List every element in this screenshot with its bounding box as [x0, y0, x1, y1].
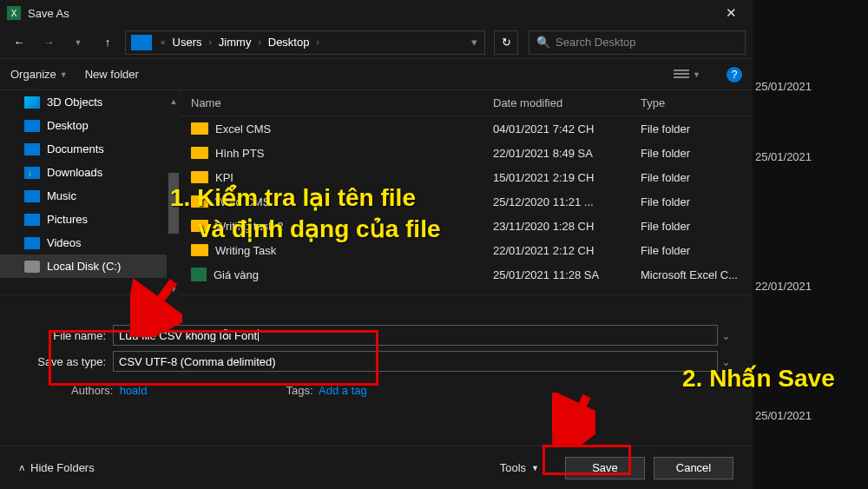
backdrop-date: 25/01/2021 [755, 63, 859, 110]
sidebar-item-pictures[interactable]: Pictures [0, 208, 180, 231]
scroll-up-icon[interactable]: ▲ [167, 95, 181, 109]
disk-icon [24, 261, 40, 273]
tags-value[interactable]: Add a tag [319, 384, 367, 397]
file-name-input[interactable]: Lưu file CSV không lỗi Font [113, 325, 718, 346]
back-button[interactable]: ← [7, 30, 31, 55]
folder-icon [191, 171, 208, 183]
view-icon [674, 69, 689, 80]
column-header-date[interactable]: Date modified [493, 96, 641, 109]
help-icon[interactable]: ? [727, 67, 742, 83]
chevron-right-icon: › [206, 37, 215, 47]
column-header-type[interactable]: Type [641, 96, 753, 109]
tags-label: Tags: [286, 384, 312, 397]
close-icon[interactable]: ✕ [717, 5, 746, 21]
hide-folders-button[interactable]: ʌ Hide Folders [19, 461, 95, 474]
tools-menu[interactable]: Tools ▼ [500, 461, 539, 474]
folder-icon [191, 147, 208, 159]
up-button[interactable]: ↑ [95, 30, 120, 55]
column-header-name[interactable]: Name [181, 96, 493, 109]
file-row[interactable]: Word CMS25/12/2020 11:21 ...File folder [181, 189, 753, 214]
save-form: File name: Lưu file CSV không lỗi Font ⌄… [0, 295, 753, 407]
title-bar: X Save As ✕ [0, 0, 753, 26]
sidebar-scrollbar[interactable]: ▲ ▼ [167, 95, 181, 296]
search-placeholder: Search Desktop [556, 36, 636, 49]
excel-app-icon: X [7, 6, 21, 20]
file-list: Name Date modified Type Excel CMS04/01/2… [181, 90, 753, 294]
videos-icon [24, 237, 40, 249]
scroll-thumb[interactable] [168, 173, 179, 234]
chevron-left-icon: « [157, 37, 169, 47]
refresh-button[interactable]: ↻ [494, 30, 518, 55]
excel-file-icon [191, 268, 207, 281]
search-input[interactable]: 🔍 Search Desktop [529, 30, 746, 55]
window-title: Save As [28, 7, 69, 20]
pictures-icon [24, 214, 40, 226]
sidebar-item-3d-objects[interactable]: 3D Objects [0, 90, 180, 114]
save-type-label: Save as type: [19, 355, 113, 368]
file-name-label: File name: [19, 329, 113, 342]
file-row[interactable]: Excel CMS04/01/2021 7:42 CHFile folder [181, 116, 753, 141]
save-as-dialog: X Save As ✕ ← → ▼ ↑ « Users › Jimmy › De… [0, 0, 753, 489]
crumb-dropdown-icon[interactable]: ▾ [464, 36, 484, 49]
chevron-right-icon: › [254, 37, 264, 47]
file-row[interactable]: Giá vàng25/01/2021 11:28 SAMicrosoft Exc… [181, 262, 753, 287]
crumb-desktop[interactable]: Desktop [265, 36, 313, 49]
file-row[interactable]: KPI15/01/2021 2:19 CHFile folder [181, 165, 753, 189]
crumb-jimmy[interactable]: Jimmy [215, 36, 255, 49]
toolbar: Organize▼ New folder ▼ ? [0, 59, 753, 90]
cancel-button[interactable]: Cancel [654, 457, 733, 479]
crumb-users[interactable]: Users [169, 36, 206, 49]
file-row[interactable]: Writing Task22/01/2021 2:12 CHFile folde… [181, 238, 753, 262]
music-icon [24, 190, 40, 202]
file-name-dropdown-icon[interactable]: ⌄ [718, 329, 733, 342]
chevron-right-icon: › [312, 37, 322, 47]
authors-label: Authors: [71, 384, 113, 397]
sidebar-item-downloads[interactable]: Downloads [0, 161, 180, 184]
authors-value[interactable]: hoald [120, 384, 148, 397]
nav-bar: ← → ▼ ↑ « Users › Jimmy › Desktop › ▾ ↻ … [0, 26, 753, 59]
sidebar-item-local-disk-c[interactable]: Local Disk (C:) [0, 254, 180, 278]
sidebar-item-videos[interactable]: Videos [0, 231, 180, 254]
sidebar-item-desktop[interactable]: Desktop [0, 114, 180, 137]
documents-icon [24, 143, 40, 155]
save-type-select[interactable]: CSV UTF-8 (Comma delimited) [113, 351, 718, 372]
breadcrumb[interactable]: « Users › Jimmy › Desktop › ▾ [125, 30, 485, 55]
desktop-icon [24, 120, 40, 132]
folder-icon [191, 244, 208, 256]
sidebar-item-documents[interactable]: Documents [0, 137, 180, 161]
save-type-dropdown-icon[interactable]: ⌄ [718, 355, 733, 368]
3d-objects-icon [24, 96, 40, 109]
chevron-down-icon: ▼ [531, 464, 539, 472]
folder-icon [191, 122, 208, 135]
folder-icon [191, 195, 208, 208]
dialog-footer: ʌ Hide Folders Tools ▼ Save Cancel [0, 446, 753, 489]
file-row[interactable]: Writing task 223/11/2020 1:28 CHFile fol… [181, 214, 753, 238]
folder-icon [191, 220, 208, 232]
downloads-icon [24, 167, 40, 179]
recent-dropdown[interactable]: ▼ [66, 30, 90, 55]
chevron-up-icon: ʌ [19, 462, 25, 473]
file-row[interactable]: Hình PTS22/01/2021 8:49 SAFile folder [181, 141, 753, 165]
sidebar: 3D Objects Desktop Documents Downloads M… [0, 90, 181, 294]
backdrop-date: 25/01/2021 [755, 133, 859, 181]
organize-menu[interactable]: Organize▼ [10, 68, 68, 81]
save-button[interactable]: Save [565, 457, 645, 479]
scroll-down-icon[interactable]: ▼ [167, 282, 181, 296]
chevron-down-icon: ▼ [60, 70, 68, 79]
forward-button[interactable]: → [36, 30, 61, 55]
backdrop-date: 22/01/2021 [755, 262, 859, 310]
chevron-down-icon: ▼ [693, 70, 700, 79]
pc-icon [131, 35, 152, 50]
search-icon: 🔍 [536, 36, 550, 49]
new-folder-button[interactable]: New folder [85, 68, 139, 81]
sidebar-item-music[interactable]: Music [0, 184, 180, 208]
view-mode-button[interactable]: ▼ [674, 69, 700, 80]
backdrop-date: 25/01/2021 [755, 392, 859, 439]
